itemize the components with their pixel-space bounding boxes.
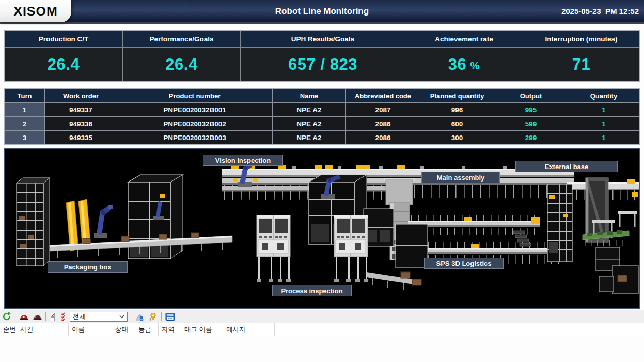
factory-3d-panel: Vision inspection External base Main ass… (4, 148, 640, 309)
kpi-unit: % (470, 59, 480, 72)
label-external-base: External base (515, 161, 618, 172)
col-header-turn: Turn (5, 89, 44, 102)
kpi-number: 26.4 (48, 55, 80, 74)
label-vision-inspection: Vision inspection (203, 155, 283, 166)
label-process-inspection: Process inspection (272, 285, 352, 296)
kpi-label-uph-results-goals: UPH Results/Goals (241, 31, 405, 47)
col-header-abbreviated-code: Abbreviated code (346, 89, 420, 102)
alarm-on-icon[interactable] (19, 311, 29, 322)
logo-text: XISOM (13, 4, 58, 19)
cell-product-number: PNPE0020032B003 (117, 131, 272, 144)
person-location-icon[interactable] (148, 311, 158, 322)
process-cabinet-b (334, 215, 368, 282)
cell-abbreviated-code: 2086 (346, 131, 420, 144)
cell-product-number: PNPE0020032B002 (117, 117, 272, 130)
refresh-icon[interactable] (2, 311, 12, 322)
log-col-time[interactable]: 시간 (17, 323, 69, 336)
cell-work-order: 949335 (45, 131, 117, 144)
kpi-number: 26.4 (165, 55, 197, 74)
kpi-number: 71 (572, 55, 590, 74)
kpi-label-production-ct: Production C/T (5, 31, 122, 47)
filter-dropdown[interactable]: 전체 (70, 312, 128, 322)
cell-abbreviated-code: 2086 (346, 117, 420, 130)
external-base-cluster (547, 178, 639, 294)
cell-product-number: PNPE0020032B001 (117, 103, 272, 116)
label-sps-3d-logistics: SPS 3D Logistics (424, 258, 504, 269)
cell-output: 299 (494, 131, 568, 144)
log-col-status[interactable]: 상태 (112, 323, 135, 336)
cell-name: NPE A2 (273, 117, 345, 130)
kpi-label-performance-goals: Performance/Goals (123, 31, 240, 47)
cell-quantity: 1 (568, 117, 639, 130)
kpi-value-production-ct: 26.4 (5, 48, 122, 81)
kpi-label-interruption: Interruption (minutes) (523, 31, 639, 47)
stairs (513, 231, 531, 246)
log-col-seq[interactable]: 순번 (0, 323, 17, 336)
kpi-value-interruption: 71 (523, 48, 639, 81)
col-header-name: Name (273, 89, 345, 102)
kpi-value-uph-results-goals: 657 / 823 (241, 48, 405, 81)
cell-planned-quantity: 600 (420, 117, 494, 130)
cell-turn: 1 (5, 103, 44, 116)
cell-output: 995 (494, 103, 568, 116)
csv-icon-label: csv (168, 317, 172, 320)
csv-export-icon[interactable]: csv (165, 311, 175, 322)
cell-planned-quantity: 300 (420, 131, 494, 144)
kpi-panel: Production C/T Performance/Goals UPH Res… (4, 30, 640, 82)
process-cabinet (257, 215, 291, 282)
col-header-product-number: Product number (117, 89, 272, 102)
label-main-assembly: Main assembly (421, 172, 500, 183)
cell-quantity: 1 (568, 131, 639, 144)
kpi-number: 657 / 823 (288, 55, 357, 74)
kpi-value-performance-goals: 26.4 (123, 48, 240, 81)
kpi-label-achievement-rate: Achievement rate (405, 31, 523, 47)
kpi-value-achievement-rate: 36% (405, 48, 523, 81)
checklist-all-icon[interactable] (59, 311, 67, 322)
toolbar: 전체 csv (0, 310, 644, 323)
toolbar-separator (161, 312, 162, 321)
users-icon[interactable] (134, 311, 145, 322)
packaging-racks (17, 178, 50, 266)
filter-dropdown-value: 전체 (70, 312, 119, 321)
alarm-off-icon[interactable] (32, 311, 42, 322)
cell-name: NPE A2 (273, 103, 345, 116)
log-col-name[interactable]: 이름 (69, 323, 112, 336)
toolbar-separator (15, 312, 15, 321)
log-col-grade[interactable]: 등급 (135, 323, 159, 336)
robot-line-monitoring-screen: Robot Line Monitoring XISOM 2025-05-23 P… (0, 0, 644, 362)
col-header-work-order: Work order (45, 89, 117, 102)
toolbar-separator (45, 312, 46, 321)
log-table-header: 순번 시간 이름 상태 등급 지역 태그 이름 메시지 (0, 323, 644, 336)
cell-quantity: 1 (568, 103, 639, 116)
col-header-quantity: Quantity (568, 89, 639, 102)
cell-work-order: 949336 (45, 117, 117, 130)
kpi-number: 36 (448, 55, 466, 74)
factory-3d-render (5, 149, 639, 308)
logo: XISOM (0, 0, 71, 22)
cell-turn: 3 (5, 131, 44, 144)
cell-work-order: 949337 (45, 103, 117, 116)
toolbar-separator (131, 312, 131, 321)
log-col-tagname[interactable]: 태그 이름 (181, 323, 223, 336)
col-header-output: Output (494, 89, 568, 102)
page-title: Robot Line Monitoring (0, 0, 644, 22)
packaging-robot (94, 205, 113, 238)
datetime: 2025-05-23 PM 12:52 (561, 0, 639, 22)
cell-turn: 2 (5, 117, 44, 130)
log-col-region[interactable]: 지역 (159, 323, 181, 336)
col-header-planned-quantity: Planned quantity (420, 89, 494, 102)
chevron-down-icon (119, 315, 124, 319)
log-col-message[interactable]: 메시지 (223, 323, 275, 336)
cell-abbreviated-code: 2087 (346, 103, 420, 116)
cell-output: 599 (494, 117, 568, 130)
label-packaging-box: Packaging box (48, 261, 128, 273)
cell-planned-quantity: 996 (420, 103, 494, 116)
checklist-partial-icon[interactable] (49, 311, 56, 322)
cell-name: NPE A2 (273, 131, 345, 144)
app-header: Robot Line Monitoring XISOM 2025-05-23 P… (0, 0, 644, 24)
production-table: Turn Work order Product number Name Abbr… (4, 88, 640, 145)
